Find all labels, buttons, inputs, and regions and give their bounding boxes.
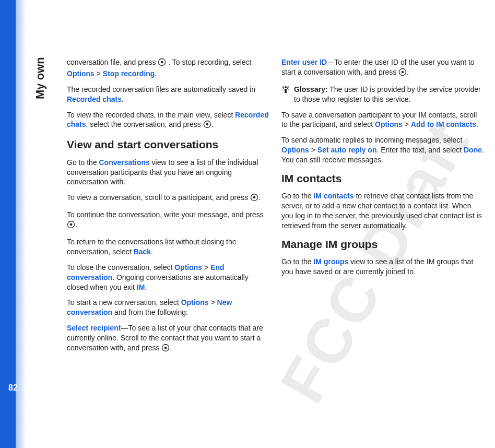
svg-point-9 xyxy=(164,347,167,349)
text: Go to the xyxy=(281,257,313,266)
text: , select the conversation, and press xyxy=(86,120,203,128)
text: . xyxy=(170,344,172,352)
para-conversations-view: Go to the Conversations view to see a li… xyxy=(67,158,270,187)
text: . xyxy=(211,120,214,128)
im-contacts-label: IM contacts xyxy=(313,192,353,200)
page-content: conversation file, and press . To stop r… xyxy=(67,57,485,375)
svg-line-13 xyxy=(282,86,284,87)
text: . xyxy=(122,95,124,103)
center-key-icon xyxy=(398,68,407,79)
text: To continue the conversation, write your… xyxy=(67,210,264,219)
svg-line-17 xyxy=(282,88,284,90)
options-label: Options xyxy=(181,298,209,306)
text: To send automatic replies to incoming me… xyxy=(281,136,462,144)
text: > xyxy=(309,146,317,154)
text: . xyxy=(145,283,147,291)
para-auto-reply: To send automatic replies to incoming me… xyxy=(281,135,485,165)
text: To view a conversation, scroll to a part… xyxy=(67,193,250,202)
im-label: IM xyxy=(137,283,145,291)
text: . xyxy=(151,247,153,256)
text: To view the recorded chats, in the main … xyxy=(67,111,235,119)
glossary-block: Glossary: The user ID is provided by the… xyxy=(281,85,485,104)
text: > xyxy=(403,120,411,128)
center-key-icon xyxy=(250,193,258,204)
para-close-conv: To close the conversation, select Option… xyxy=(67,263,270,292)
text: . xyxy=(407,68,409,76)
text: Go to the xyxy=(281,192,313,200)
enter-user-id-label: Enter user ID xyxy=(281,58,327,66)
text: . xyxy=(258,193,261,202)
para-continue-conv: To continue the conversation, write your… xyxy=(67,210,270,231)
text: > xyxy=(202,263,210,272)
para-im-contacts: Go to the IM contacts to retrieve chat c… xyxy=(281,191,485,231)
svg-line-14 xyxy=(287,86,289,87)
heading-manage-im-groups: Manage IM groups xyxy=(281,237,485,252)
para-new-conv: To start a new conversation, select Opti… xyxy=(67,298,270,317)
para-return-back: To return to the conversations list with… xyxy=(67,237,270,257)
text: Go to the xyxy=(67,158,99,167)
para-enter-user-id: Enter user ID—To enter the user ID of th… xyxy=(281,57,485,79)
para-saved-in: The recorded conversation files are auto… xyxy=(67,85,270,104)
select-recipient-label: Select recipient xyxy=(67,324,121,332)
side-strip xyxy=(0,0,26,448)
page-number: 82 xyxy=(0,382,26,394)
text: . Enter the text, and select xyxy=(376,146,464,154)
section-side-title: My own xyxy=(32,57,48,99)
options-label: Options xyxy=(174,263,202,272)
text: > xyxy=(209,298,217,306)
para-save-participant: To save a conversation participant to yo… xyxy=(281,110,485,130)
para-view-recorded: To view the recorded chats, in the main … xyxy=(67,110,270,132)
center-key-icon xyxy=(161,344,170,355)
options-label: Options xyxy=(67,69,95,78)
stop-recording-label: Stop recording xyxy=(103,69,155,78)
back-label: Back xyxy=(134,247,151,256)
svg-point-5 xyxy=(253,196,256,199)
text: > xyxy=(95,69,103,78)
text: . To stop recording, select xyxy=(168,58,251,66)
svg-rect-19 xyxy=(285,89,287,93)
im-groups-label: IM groups xyxy=(313,257,348,266)
add-to-im-contacts-label: Add to IM contacts xyxy=(411,120,476,128)
center-key-icon xyxy=(158,58,166,69)
text: The recorded conversation files are auto… xyxy=(67,85,255,93)
center-key-icon xyxy=(203,120,211,131)
para-im-groups: Go to the IM groups view to see a list o… xyxy=(281,257,485,277)
svg-point-11 xyxy=(402,71,404,74)
text: . xyxy=(75,220,77,229)
heading-im-contacts: IM contacts xyxy=(281,171,485,186)
text: conversation file, and press xyxy=(67,58,158,66)
text: To start a new conversation, select xyxy=(67,298,181,306)
center-key-icon xyxy=(67,220,75,231)
svg-point-1 xyxy=(161,61,163,64)
done-label: Done xyxy=(464,146,482,154)
para-view-conv: To view a conversation, scroll to a part… xyxy=(67,193,270,204)
conversations-label: Conversations xyxy=(99,158,149,167)
options-label: Options xyxy=(281,146,309,154)
recorded-chats-label: Recorded chats xyxy=(67,95,122,103)
svg-point-12 xyxy=(285,86,287,88)
options-label: Options xyxy=(375,120,403,128)
text: . xyxy=(155,69,157,78)
set-auto-reply-label: Set auto reply on xyxy=(317,146,377,154)
glossary-icon xyxy=(281,86,290,97)
svg-line-18 xyxy=(287,88,289,90)
para-record-press: conversation file, and press . To stop r… xyxy=(67,57,270,79)
text: and from the following: xyxy=(112,308,188,316)
svg-point-7 xyxy=(70,223,73,226)
svg-point-3 xyxy=(206,123,208,126)
heading-view-start: View and start conversations xyxy=(67,137,270,152)
para-select-recipient: Select recipient—To see a list of your c… xyxy=(67,323,270,355)
text: . xyxy=(476,120,478,128)
glossary-label: Glossary: xyxy=(294,85,328,93)
text: To close the conversation, select xyxy=(67,263,174,272)
